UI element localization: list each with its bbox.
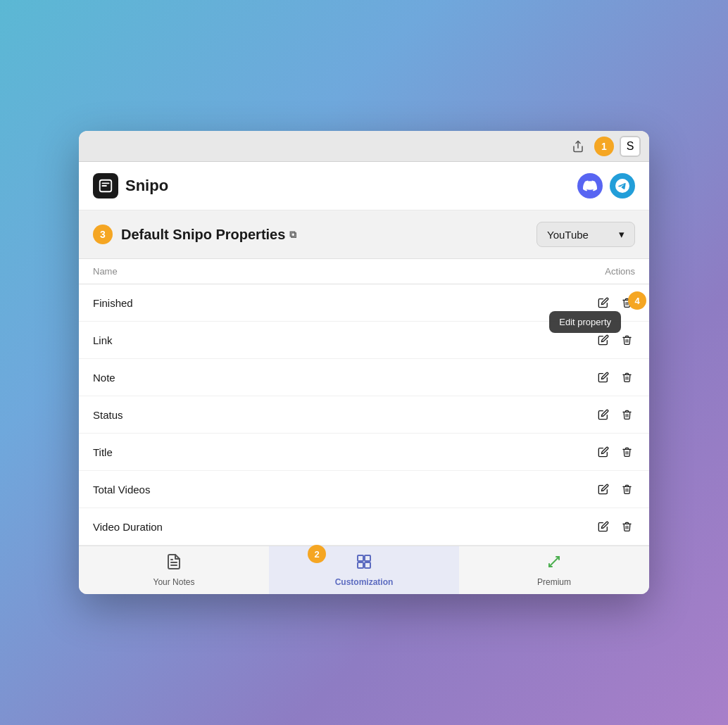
section-title-group: 3 Default Snipo Properties ⧉	[93, 225, 296, 244]
youtube-dropdown[interactable]: YouTube ▾	[536, 222, 635, 247]
table-row: Video Duration	[79, 508, 649, 546]
app-content: Snipo 3	[79, 162, 649, 546]
edit-property-tooltip: Edit property	[549, 311, 621, 333]
row-name: Link	[93, 334, 113, 346]
row-name: Finished	[93, 297, 133, 309]
svg-rect-4	[358, 555, 363, 561]
customization-icon	[356, 553, 372, 570]
table-row: Finished 4 Edit property	[79, 284, 649, 322]
badge-4: 4	[628, 291, 646, 310]
snipo-extension-icon[interactable]: S	[620, 136, 641, 157]
header-icons	[577, 173, 635, 198]
nav-icon-customization	[356, 553, 372, 574]
notes-icon	[165, 553, 182, 570]
delete-button[interactable]	[619, 332, 635, 348]
nav-icon-premium	[546, 553, 563, 574]
section-header: 3 Default Snipo Properties ⧉ YouTube ▾	[79, 210, 649, 259]
row-name: Total Videos	[93, 484, 150, 496]
badge-3: 3	[93, 225, 113, 244]
svg-rect-7	[365, 562, 370, 568]
edit-button[interactable]	[595, 518, 612, 535]
nav-label-your-notes: Your Notes	[153, 577, 195, 587]
nav-item-customization[interactable]: 2 Customization	[269, 546, 459, 594]
external-link-icon: ⧉	[289, 229, 296, 241]
delete-button[interactable]	[619, 518, 635, 535]
row-actions	[595, 518, 635, 535]
table-row: Total Videos	[79, 471, 649, 508]
edit-button[interactable]	[595, 369, 612, 386]
nav-icon-your-notes	[165, 553, 182, 574]
table-row: Note	[79, 359, 649, 396]
col-name-header: Name	[93, 266, 118, 277]
table-rows-container: Finished 4 Edit property Link	[79, 284, 649, 546]
premium-icon	[546, 553, 563, 570]
app-title: Snipo	[125, 177, 168, 195]
delete-button[interactable]	[619, 369, 635, 386]
row-actions	[595, 406, 635, 423]
table-header: Name Actions	[79, 259, 649, 284]
nav-label-customization: Customization	[335, 577, 394, 587]
discord-icon[interactable]	[577, 173, 603, 198]
browser-window: 1 S Snipo	[79, 131, 649, 594]
table-row: Title	[79, 434, 649, 471]
row-name: Status	[93, 409, 123, 421]
edit-button[interactable]	[595, 332, 612, 348]
row-actions: 4 Edit property	[595, 294, 635, 311]
app-logo	[93, 173, 118, 198]
delete-button[interactable]	[619, 406, 635, 423]
row-actions	[595, 443, 635, 460]
section-title: Default Snipo Properties ⧉	[121, 227, 296, 243]
svg-rect-6	[358, 562, 363, 568]
app-brand: Snipo	[93, 173, 168, 198]
table-row: Status	[79, 396, 649, 434]
edit-button[interactable]	[595, 294, 612, 311]
delete-button[interactable]	[619, 443, 635, 460]
row-actions	[595, 481, 635, 498]
badge-1: 1	[594, 137, 614, 156]
chevron-down-icon: ▾	[619, 228, 625, 241]
edit-button[interactable]	[595, 481, 612, 498]
nav-item-premium[interactable]: Premium	[459, 546, 649, 594]
row-name: Video Duration	[93, 521, 163, 533]
row-actions	[595, 369, 635, 386]
bottom-nav: Your Notes 2 Customization Premium	[79, 546, 649, 594]
telegram-icon[interactable]	[610, 173, 635, 198]
edit-button[interactable]	[595, 443, 612, 460]
row-name: Note	[93, 372, 115, 384]
svg-rect-5	[365, 555, 370, 561]
row-name: Title	[93, 446, 113, 458]
share-button[interactable]	[567, 136, 589, 157]
badge-2: 2	[308, 545, 326, 563]
col-actions-header: Actions	[605, 266, 635, 277]
browser-toolbar: 1 S	[79, 131, 649, 162]
svg-line-8	[549, 557, 559, 567]
row-actions	[595, 332, 635, 348]
delete-button[interactable]	[619, 481, 635, 498]
app-header: Snipo	[79, 162, 649, 210]
edit-button[interactable]	[595, 406, 612, 423]
nav-item-your-notes[interactable]: Your Notes	[79, 546, 269, 594]
nav-label-premium: Premium	[537, 577, 571, 587]
